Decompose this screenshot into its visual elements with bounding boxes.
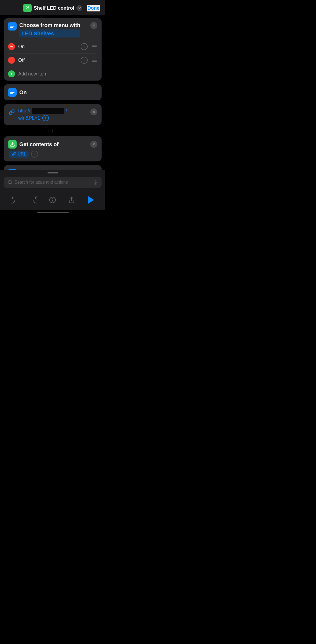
svg-rect-5 — [10, 92, 14, 93]
play-button[interactable] — [85, 194, 96, 206]
close-icon: × — [93, 24, 95, 27]
chevron-right-icon: › — [34, 152, 35, 156]
svg-rect-1 — [10, 25, 14, 25]
plus-icon: + — [44, 116, 47, 120]
add-plus-button[interactable]: + — [8, 70, 15, 77]
close-icon: × — [93, 142, 95, 146]
url-left: http:// / win&PL=1 + — [8, 108, 90, 121]
mic-icon[interactable] — [93, 179, 98, 185]
home-indicator — [0, 210, 105, 214]
on-section-card: On — [4, 84, 102, 100]
menu-card-header: Choose from menu with LED Shelves × — [4, 18, 102, 40]
svg-line-15 — [11, 183, 12, 184]
get-url-label-badge[interactable]: URL — [9, 151, 29, 158]
get-contents-card: Get contents of × URL › — [4, 136, 102, 161]
on-info-button[interactable]: i — [81, 43, 88, 50]
add-item-label: Add new item — [18, 71, 47, 77]
header: Shelf LED control Done — [0, 0, 105, 15]
svg-rect-2 — [10, 26, 14, 26]
url-slash: / — [66, 108, 67, 114]
on-drag-handle[interactable] — [91, 44, 97, 49]
search-icon — [8, 180, 12, 185]
scroll-area: Choose from menu with LED Shelves × − On… — [0, 15, 105, 170]
url-suffix-text: win&PL=1 — [18, 115, 40, 121]
svg-rect-4 — [10, 91, 14, 91]
on-item-actions: i — [81, 43, 97, 50]
get-contents-left: Get contents of — [8, 140, 59, 149]
main-content: Choose from menu with LED Shelves × − On… — [0, 15, 105, 170]
off-info-button[interactable]: i — [81, 57, 88, 64]
menu-title: Choose from menu with — [19, 22, 80, 28]
header-title: Shelf LED control — [34, 5, 74, 11]
off-section-label: Off — [19, 170, 27, 171]
off-section-card: Off — [4, 165, 102, 170]
menu-close-button[interactable]: × — [90, 22, 97, 29]
off-item-actions: i — [81, 57, 97, 64]
get-contents-icon — [8, 140, 17, 149]
search-input-wrap[interactable]: Search for apps and actions — [4, 177, 102, 188]
menu-item-on: − On i — [4, 40, 102, 53]
url-line1: http:// / — [18, 108, 90, 114]
remove-on-button[interactable]: − — [8, 43, 15, 50]
on-section-icon — [8, 88, 17, 97]
search-bar-area: Search for apps and actions — [0, 170, 105, 191]
add-new-item-row[interactable]: + Add new item — [4, 67, 102, 81]
close-icon: × — [93, 110, 95, 114]
url-content: http:// / win&PL=1 + — [18, 108, 90, 121]
search-placeholder: Search for apps and actions — [14, 180, 91, 185]
menu-variable-label[interactable]: LED Shelves — [19, 29, 80, 37]
off-item-label: Off — [18, 58, 77, 63]
svg-point-0 — [27, 7, 28, 8]
minus-icon: − — [10, 58, 13, 62]
bottom-toolbar — [0, 191, 105, 210]
get-contents-close-button[interactable]: × — [90, 141, 97, 148]
get-url-text: URL — [18, 152, 26, 157]
home-bar — [37, 212, 69, 213]
url-redacted-block — [32, 108, 64, 114]
url-close-button[interactable]: × — [90, 108, 97, 115]
menu-header-left: Choose from menu with LED Shelves — [8, 22, 80, 37]
on-section-label: On — [19, 89, 27, 96]
on-item-label: On — [18, 44, 77, 50]
flow-connector — [53, 129, 53, 132]
menu-title-block: Choose from menu with LED Shelves — [19, 22, 80, 37]
url-line2: win&PL=1 + — [18, 115, 90, 121]
undo-button[interactable] — [9, 194, 21, 206]
info-icon: i — [84, 58, 85, 62]
remove-off-button[interactable]: − — [8, 57, 15, 64]
header-title-group: Shelf LED control — [23, 4, 82, 12]
done-button[interactable]: Done — [87, 5, 100, 12]
svg-rect-16 — [95, 180, 96, 183]
drag-indicator — [47, 172, 58, 173]
menu-item-off: − Off i — [4, 54, 102, 67]
get-contents-expand-button[interactable]: › — [31, 151, 38, 158]
svg-rect-6 — [10, 93, 13, 94]
off-drag-handle[interactable] — [91, 58, 97, 62]
off-section-icon — [8, 169, 17, 170]
link-icon — [8, 108, 16, 116]
svg-rect-3 — [10, 27, 13, 28]
app-icon — [23, 4, 32, 12]
info-icon: i — [84, 45, 85, 49]
minus-icon: − — [10, 44, 13, 49]
get-url-row: URL › — [8, 151, 97, 158]
get-contents-header: Get contents of × — [8, 140, 97, 149]
choose-from-menu-card: Choose from menu with LED Shelves × − On… — [4, 18, 102, 81]
url-add-variable-button[interactable]: + — [42, 115, 49, 121]
plus-icon: + — [10, 71, 13, 76]
redo-button[interactable] — [28, 194, 40, 206]
info-button[interactable] — [47, 194, 58, 206]
play-icon — [88, 196, 94, 204]
menu-list-icon — [8, 22, 17, 31]
get-contents-title: Get contents of — [19, 141, 59, 147]
chevron-down-icon[interactable] — [76, 5, 82, 11]
share-button[interactable] — [66, 194, 77, 206]
url-card: http:// / win&PL=1 + × — [4, 104, 102, 125]
url-http-text: http:// — [18, 108, 30, 114]
